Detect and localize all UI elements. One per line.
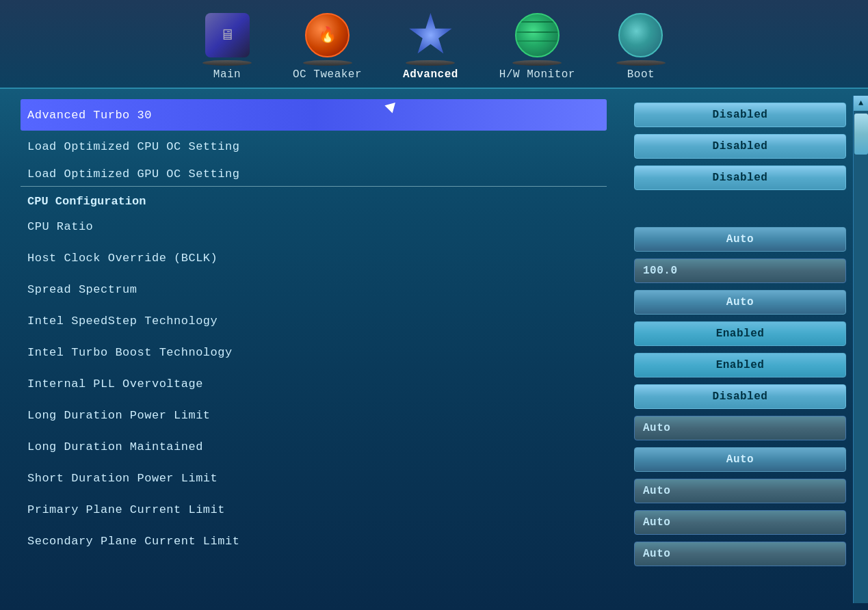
- setting-label-gpu-oc: Load Optimized GPU OC Setting: [27, 168, 239, 181]
- value-btn-spread-spectrum[interactable]: Auto: [634, 290, 846, 315]
- value-btn-short-duration[interactable]: Auto: [634, 479, 846, 503]
- setting-row-pll-overvoltage[interactable]: Internal PLL Overvoltage: [21, 368, 607, 399]
- nav-item-advanced[interactable]: Advanced: [403, 13, 458, 81]
- value-btn-long-duration-maintained[interactable]: Auto: [634, 447, 846, 472]
- nav-item-hw-monitor[interactable]: H/W Monitor: [499, 13, 575, 81]
- value-btn-gpu-oc[interactable]: Disabled: [634, 165, 846, 190]
- setting-label-secondary-plane: Secondary Plane Current Limit: [27, 535, 239, 548]
- value-slot-gpu-oc: Disabled: [620, 162, 846, 194]
- icon-pedestal: [512, 60, 562, 66]
- scrollbar-thumb[interactable]: [854, 114, 868, 155]
- cpu-config-section-title: CPU Configuration: [21, 189, 607, 211]
- icon-pedestal: [303, 60, 352, 66]
- setting-row-long-duration-maintained[interactable]: Long Duration Maintained: [21, 431, 607, 462]
- hw-monitor-icon: [515, 13, 560, 57]
- setting-label-long-duration-maintained: Long Duration Maintained: [27, 440, 203, 453]
- value-btn-advanced-turbo[interactable]: Disabled: [634, 103, 846, 127]
- setting-label-speedstep: Intel SpeedStep Technology: [27, 315, 218, 328]
- value-btn-cpu-oc[interactable]: Disabled: [634, 134, 846, 159]
- top-navigation: 🖥 Main 🔥 OC Tweaker Advanced H/W Monitor…: [0, 0, 868, 89]
- setting-label-primary-plane: Primary Plane Current Limit: [27, 503, 225, 516]
- scrollbar-up-button[interactable]: ▲: [854, 96, 869, 111]
- nav-item-boot[interactable]: Boot: [616, 13, 666, 81]
- value-btn-long-duration-power[interactable]: Auto: [634, 416, 846, 440]
- icon-pedestal: [406, 60, 455, 66]
- setting-label-pll-overvoltage: Internal PLL Overvoltage: [27, 377, 203, 390]
- value-slot-cpu-ratio: Auto: [620, 224, 846, 255]
- setting-row-spread-spectrum[interactable]: Spread Spectrum: [21, 274, 607, 305]
- value-slot-turbo-boost: Enabled: [620, 349, 846, 381]
- value-btn-turbo-boost[interactable]: Enabled: [634, 353, 846, 377]
- setting-row-long-duration-power[interactable]: Long Duration Power Limit: [21, 399, 607, 431]
- value-btn-speedstep[interactable]: Enabled: [634, 321, 846, 346]
- values-panel: Disabled Disabled Disabled Auto 100.0 Au…: [620, 96, 853, 603]
- setting-label-host-clock: Host Clock Override (BCLK): [27, 252, 218, 265]
- setting-label-cpu-ratio: CPU Ratio: [27, 220, 93, 233]
- setting-row-short-duration[interactable]: Short Duration Power Limit: [21, 462, 607, 494]
- nav-item-main[interactable]: 🖥 Main: [202, 13, 252, 81]
- value-slot-cpu-oc: Disabled: [620, 131, 846, 162]
- setting-row-primary-plane[interactable]: Primary Plane Current Limit: [21, 494, 607, 525]
- setting-row-gpu-oc[interactable]: Load Optimized GPU OC Setting: [21, 162, 607, 187]
- value-slot-short-duration: Auto: [620, 475, 846, 507]
- value-slot-pll-overvoltage: Disabled: [620, 381, 846, 412]
- setting-row-cpu-ratio[interactable]: CPU Ratio: [21, 211, 607, 242]
- value-slot-spread-spectrum: Auto: [620, 287, 846, 318]
- setting-row-cpu-oc[interactable]: Load Optimized CPU OC Setting: [21, 131, 607, 162]
- boot-nav-label: Boot: [627, 68, 655, 81]
- value-slot-advanced-turbo: Disabled: [620, 99, 846, 131]
- setting-label-short-duration: Short Duration Power Limit: [27, 472, 218, 485]
- setting-label-cpu-oc: Load Optimized CPU OC Setting: [27, 140, 239, 153]
- scrollbar-track: ▲: [853, 96, 868, 603]
- boot-icon: [618, 13, 663, 57]
- setting-row-host-clock[interactable]: Host Clock Override (BCLK): [21, 242, 607, 274]
- value-btn-primary-plane[interactable]: Auto: [634, 510, 846, 535]
- main-icon: 🖥: [205, 13, 250, 57]
- value-slot-secondary-plane: Auto: [620, 538, 846, 570]
- main-content: Advanced Turbo 30 Load Optimized CPU OC …: [0, 89, 868, 610]
- setting-label-turbo-boost: Intel Turbo Boost Technology: [27, 346, 233, 359]
- value-btn-cpu-ratio[interactable]: Auto: [634, 227, 846, 252]
- advanced-icon: [408, 13, 453, 57]
- setting-label-spread-spectrum: Spread Spectrum: [27, 283, 137, 296]
- value-btn-pll-overvoltage[interactable]: Disabled: [634, 384, 846, 409]
- icon-pedestal: [202, 60, 252, 66]
- hw-monitor-nav-label: H/W Monitor: [499, 68, 575, 81]
- settings-panel: Advanced Turbo 30 Load Optimized CPU OC …: [0, 96, 620, 603]
- value-slot-host-clock: 100.0: [620, 255, 846, 287]
- advanced-nav-label: Advanced: [403, 68, 458, 81]
- value-slot-long-duration-maintained: Auto: [620, 444, 846, 475]
- value-slot-primary-plane: Auto: [620, 507, 846, 538]
- value-slot-speedstep: Enabled: [620, 318, 846, 349]
- setting-row-secondary-plane[interactable]: Secondary Plane Current Limit: [21, 525, 607, 557]
- value-btn-secondary-plane[interactable]: Auto: [634, 542, 846, 566]
- value-btn-host-clock[interactable]: 100.0: [634, 258, 846, 283]
- setting-row-turbo-boost[interactable]: Intel Turbo Boost Technology: [21, 336, 607, 368]
- main-nav-label: Main: [213, 68, 241, 81]
- value-slot-cpu-config-section: [620, 194, 846, 224]
- setting-label-advanced-turbo: Advanced Turbo 30: [27, 109, 152, 122]
- setting-row-advanced-turbo[interactable]: Advanced Turbo 30: [21, 99, 607, 131]
- setting-row-speedstep[interactable]: Intel SpeedStep Technology: [21, 305, 607, 336]
- value-slot-long-duration-power: Auto: [620, 412, 846, 444]
- oc-tweaker-nav-label: OC Tweaker: [293, 68, 362, 81]
- nav-item-oc-tweaker[interactable]: 🔥 OC Tweaker: [293, 13, 362, 81]
- setting-label-long-duration-power: Long Duration Power Limit: [27, 409, 211, 422]
- icon-pedestal: [616, 60, 666, 66]
- oc-tweaker-icon: 🔥: [305, 13, 350, 57]
